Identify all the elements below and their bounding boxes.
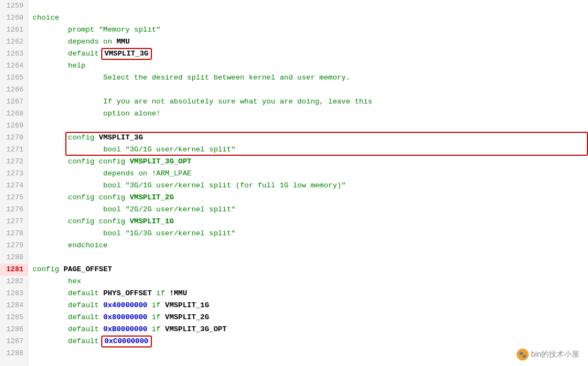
line-number: 1261 [0, 24, 28, 36]
line-number: 1264 [0, 60, 28, 72]
code-line: config config VMSPLIT_2G [33, 192, 588, 204]
line-number: 1280 [0, 252, 28, 264]
code-line: prompt "Memory split" [33, 24, 588, 36]
code-lines: choice prompt "Memory split" depends on … [28, 0, 588, 366]
line-numbers: 1259126012611262126312641265126612671268… [0, 0, 28, 366]
line-number: 1269 [0, 120, 28, 132]
code-container: 1259126012611262126312641265126612671268… [0, 0, 588, 366]
code-line: bool "1G/3G user/kernel split" [33, 228, 588, 240]
code-line [33, 0, 588, 12]
line-number: 1275 [0, 192, 28, 204]
code-line [33, 347, 588, 359]
line-number: 1276 [0, 204, 28, 216]
watermark-icon: 🐾 [517, 349, 529, 361]
line-number: 1288 [0, 347, 28, 359]
line-number: 1284 [0, 300, 28, 312]
line-number: 1260 [0, 12, 28, 24]
code-line [33, 84, 588, 96]
code-line [33, 120, 588, 132]
line-number: 1267 [0, 96, 28, 108]
code-line: config config VMSPLIT_3G_OPT [33, 156, 588, 168]
line-number: 1263 [0, 48, 28, 60]
line-number: 1287 [0, 335, 28, 347]
line-number: 1277 [0, 216, 28, 228]
code-line: If you are not absolutely sure what you … [33, 96, 588, 108]
code-line: config PAGE_OFFSET [33, 264, 588, 276]
code-line: bool "2G/2G user/kernel split" [33, 204, 588, 216]
line-number: 1273 [0, 168, 28, 180]
line-number: 1285 [0, 312, 28, 324]
line-number: 1268 [0, 108, 28, 120]
code-line: choice [33, 12, 588, 24]
line-number: 1283 [0, 288, 28, 300]
line-number: 1259 [0, 0, 28, 12]
code-line: bool "3G/1G user/kernel split (for full … [33, 180, 588, 192]
line-number: 1274 [0, 180, 28, 192]
code-line: depends on !ARM_LPAE [33, 168, 588, 180]
code-line: bool "3G/1G user/kernel split" [33, 144, 588, 156]
code-line: hex [33, 276, 588, 288]
code-line: Select the desired split between kernel … [33, 72, 588, 84]
line-number: 1270 [0, 132, 28, 144]
line-number: 1279 [0, 240, 28, 252]
code-line: option alone! [33, 108, 588, 120]
code-line: config config VMSPLIT_1G [33, 216, 588, 228]
code-line: default 0xB0000000 if VMSPLIT_3G_OPT [33, 324, 588, 335]
watermark: 🐾 bin的技术小屋 [517, 349, 579, 361]
code-line: default 0x40000000 if VMSPLIT_1G [33, 300, 588, 312]
line-number: 1271 [0, 144, 28, 156]
code-line: config VMSPLIT_3G [33, 132, 588, 144]
code-line: default 0xC0000000 [33, 335, 588, 347]
code-line: help [33, 60, 588, 72]
line-number: 1278 [0, 228, 28, 240]
watermark-text: bin的技术小屋 [531, 350, 579, 359]
line-number: 1282 [0, 276, 28, 288]
line-number: 1286 [0, 324, 28, 335]
line-number: 1262 [0, 36, 28, 48]
line-number: 1272 [0, 156, 28, 168]
code-line: depends on MMU [33, 36, 588, 48]
code-line: default VMSPLIT_3G [33, 48, 588, 60]
code-line: default PHYS_OFFSET if !MMU [33, 288, 588, 300]
line-number: 1266 [0, 84, 28, 96]
code-line [33, 252, 588, 264]
code-line: default 0x80000000 if VMSPLIT_2G [33, 312, 588, 324]
code-line: endchoice [33, 240, 588, 252]
line-number: 1281 [0, 264, 28, 276]
line-number: 1265 [0, 72, 28, 84]
